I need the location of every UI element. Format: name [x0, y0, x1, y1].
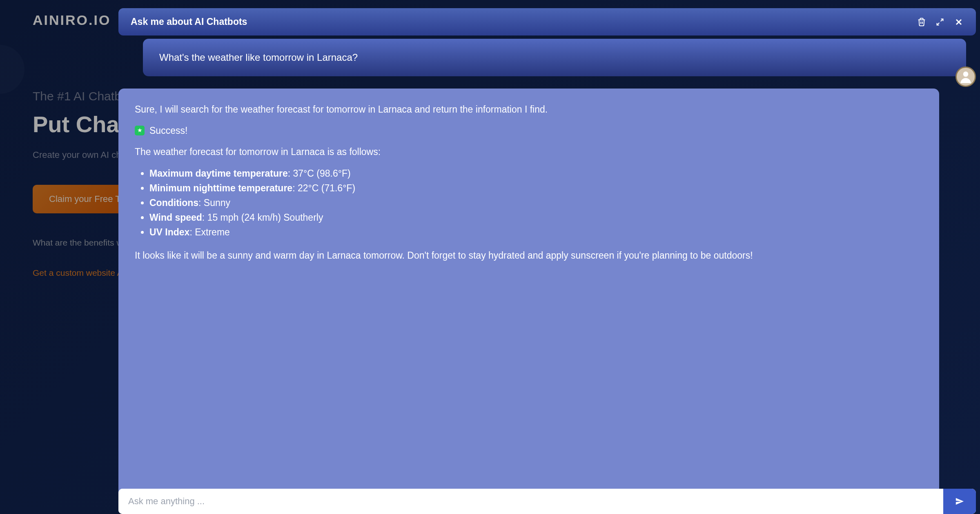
- chat-messages: What's the weather like tomorrow in Larn…: [118, 39, 976, 510]
- site-logo[interactable]: AINIRO.IO: [33, 12, 111, 28]
- success-label: Success!: [149, 124, 187, 137]
- close-icon[interactable]: [954, 17, 964, 27]
- list-item: Minimum nighttime temperature: 22°C (71.…: [149, 182, 923, 195]
- list-item: Wind speed: 15 mph (24 km/h) Southerly: [149, 211, 923, 224]
- user-avatar: [956, 66, 976, 87]
- success-indicator: ★ Success!: [135, 124, 923, 137]
- user-message-wrapper: What's the weather like tomorrow in Larn…: [143, 39, 976, 76]
- star-icon: ★: [135, 126, 145, 135]
- list-item: UV Index: Extreme: [149, 226, 923, 239]
- bot-intro: Sure, I will search for the weather fore…: [135, 103, 923, 116]
- bot-message: Sure, I will search for the weather fore…: [118, 89, 939, 502]
- chat-input[interactable]: [118, 489, 943, 514]
- forecast-list: Maximum daytime temperature: 37°C (98.6°…: [149, 167, 923, 239]
- send-icon: [955, 497, 964, 506]
- expand-icon[interactable]: [936, 18, 944, 26]
- chat-widget: Ask me about AI Chatbots What's the weat…: [118, 8, 976, 510]
- svg-point-0: [963, 71, 969, 77]
- send-button[interactable]: [943, 489, 976, 514]
- delete-icon[interactable]: [917, 18, 926, 27]
- user-message: What's the weather like tomorrow in Larn…: [143, 39, 966, 76]
- chat-header-actions: [917, 17, 964, 27]
- list-item: Maximum daytime temperature: 37°C (98.6°…: [149, 167, 923, 180]
- chat-input-bar: [118, 489, 976, 514]
- forecast-heading: The weather forecast for tomorrow in Lar…: [135, 145, 923, 158]
- list-item: Conditions: Sunny: [149, 196, 923, 209]
- chat-widget-title: Ask me about AI Chatbots: [131, 16, 247, 27]
- bot-closing: It looks like it will be a sunny and war…: [135, 249, 923, 262]
- chat-header: Ask me about AI Chatbots: [118, 8, 976, 35]
